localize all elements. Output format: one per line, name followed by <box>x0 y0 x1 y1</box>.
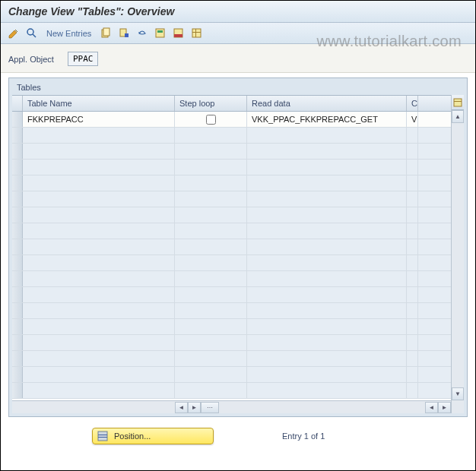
cell-empty[interactable] <box>247 287 407 302</box>
cell-empty[interactable] <box>247 175 407 191</box>
cell-empty[interactable] <box>407 287 418 302</box>
table-row[interactable] <box>12 160 451 175</box>
cell-empty[interactable] <box>175 128 247 143</box>
cell-empty[interactable] <box>407 128 418 143</box>
cell-empty[interactable] <box>23 175 175 191</box>
table-row[interactable] <box>12 144 451 160</box>
cell-step-loop[interactable] <box>175 112 247 127</box>
cell-empty[interactable] <box>23 223 175 239</box>
delete-icon[interactable] <box>117 27 131 40</box>
vertical-scrollbar[interactable]: ▲ ▼ <box>451 95 464 413</box>
table-row[interactable] <box>12 303 451 319</box>
cell-empty[interactable] <box>23 160 175 175</box>
scroll-up-icon[interactable]: ▲ <box>452 110 464 123</box>
cell-empty[interactable] <box>175 319 247 334</box>
cell-empty[interactable] <box>23 255 175 270</box>
table-row[interactable] <box>12 287 451 303</box>
cell-empty[interactable] <box>175 207 247 223</box>
cell-empty[interactable] <box>23 319 175 334</box>
cell-empty[interactable] <box>23 287 175 302</box>
cell-empty[interactable] <box>247 367 407 382</box>
cell-empty[interactable] <box>247 383 407 398</box>
table-settings-icon[interactable] <box>453 98 462 107</box>
cell-empty[interactable] <box>175 191 247 207</box>
table-row[interactable] <box>12 239 451 255</box>
row-selector[interactable] <box>12 351 23 366</box>
cell-empty[interactable] <box>247 160 407 175</box>
cell-empty[interactable] <box>23 191 175 207</box>
select-all-icon[interactable] <box>154 27 167 40</box>
table-row[interactable] <box>12 367 451 383</box>
cell-empty[interactable] <box>175 303 247 318</box>
cell-empty[interactable] <box>247 239 407 254</box>
step-loop-checkbox[interactable] <box>206 115 216 125</box>
scroll-right-icon[interactable]: ► <box>188 402 201 413</box>
cell-empty[interactable] <box>247 207 407 223</box>
table-row[interactable] <box>12 383 451 399</box>
table-row[interactable] <box>12 335 451 351</box>
cell-empty[interactable] <box>23 128 175 143</box>
cell-empty[interactable] <box>407 383 418 398</box>
table-row[interactable] <box>12 271 451 287</box>
scroll-down-icon[interactable]: ▼ <box>452 387 464 400</box>
display-change-icon[interactable] <box>7 27 21 40</box>
col-header-loop[interactable]: Step loop <box>175 96 247 111</box>
cell-read-data[interactable]: VKK_PPAC_FKKPREPACC_GET <box>247 112 407 127</box>
col-header-c[interactable]: C <box>407 96 418 111</box>
row-selector[interactable] <box>12 239 23 254</box>
select-all-corner[interactable] <box>12 96 23 111</box>
row-selector[interactable] <box>12 207 23 223</box>
cell-empty[interactable] <box>407 175 418 191</box>
cell-c[interactable]: V <box>407 112 418 127</box>
row-selector[interactable] <box>12 383 23 398</box>
cell-empty[interactable] <box>175 175 247 191</box>
cell-empty[interactable] <box>407 239 418 254</box>
cell-empty[interactable] <box>407 351 418 366</box>
cell-empty[interactable] <box>23 351 175 366</box>
cell-empty[interactable] <box>175 223 247 239</box>
undo-icon[interactable] <box>135 27 149 40</box>
cell-empty[interactable] <box>247 319 407 334</box>
cell-empty[interactable] <box>23 303 175 318</box>
cell-empty[interactable] <box>175 160 247 175</box>
find-icon[interactable] <box>25 27 39 40</box>
column-config-icon[interactable]: ⋯ <box>201 402 219 413</box>
cell-empty[interactable] <box>175 335 247 350</box>
horizontal-scrollbar[interactable]: ◄ ► ⋯ ◄ ► <box>12 400 451 413</box>
cell-empty[interactable] <box>23 367 175 382</box>
cell-empty[interactable] <box>407 303 418 318</box>
table-row[interactable] <box>12 207 451 223</box>
cell-empty[interactable] <box>23 144 175 159</box>
cell-empty[interactable] <box>407 367 418 382</box>
table-row[interactable] <box>12 175 451 191</box>
cell-empty[interactable] <box>23 239 175 254</box>
cell-empty[interactable] <box>175 239 247 254</box>
row-selector[interactable] <box>12 191 23 207</box>
row-selector[interactable] <box>12 255 23 270</box>
table-row[interactable] <box>12 351 451 367</box>
scroll-left-icon[interactable]: ◄ <box>425 402 438 413</box>
copy-icon[interactable] <box>99 27 113 40</box>
appl-object-value[interactable]: PPAC <box>68 52 99 66</box>
cell-empty[interactable] <box>175 271 247 286</box>
cell-empty[interactable] <box>175 287 247 302</box>
cell-empty[interactable] <box>407 319 418 334</box>
deselect-all-icon[interactable] <box>172 27 186 40</box>
cell-empty[interactable] <box>407 335 418 350</box>
row-selector[interactable] <box>12 144 23 159</box>
cell-empty[interactable] <box>407 144 418 159</box>
col-header-name[interactable]: Table Name <box>23 96 175 111</box>
cell-empty[interactable] <box>407 223 418 239</box>
cell-empty[interactable] <box>247 191 407 207</box>
cell-empty[interactable] <box>247 144 407 159</box>
cell-empty[interactable] <box>247 223 407 239</box>
cell-empty[interactable] <box>175 144 247 159</box>
cell-empty[interactable] <box>175 383 247 398</box>
table-row[interactable] <box>12 191 451 207</box>
row-selector[interactable] <box>12 175 23 191</box>
cell-empty[interactable] <box>175 255 247 270</box>
cell-table-name[interactable]: FKKPREPACC <box>23 112 175 127</box>
row-selector[interactable] <box>12 367 23 382</box>
row-selector[interactable] <box>12 319 23 334</box>
cell-empty[interactable] <box>247 128 407 143</box>
